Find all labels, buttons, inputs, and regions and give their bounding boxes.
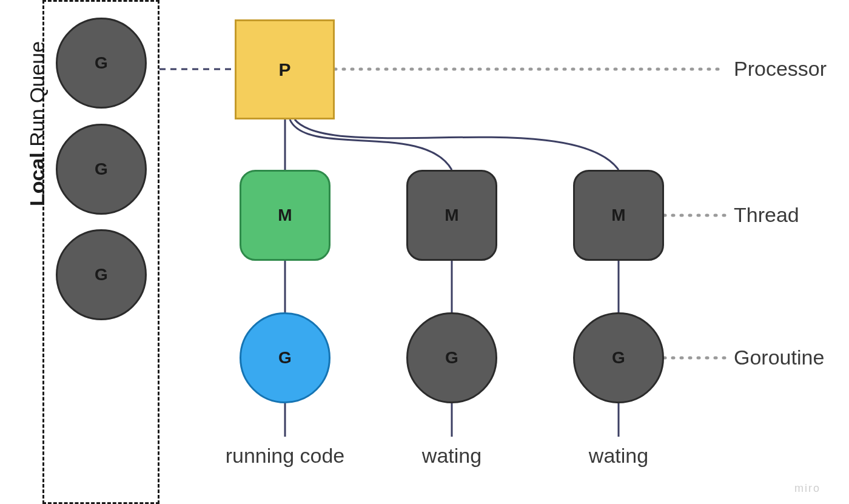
goroutine-node-2: G xyxy=(573,312,664,403)
goroutine-node-1: G xyxy=(406,312,497,403)
thread-node-0: M xyxy=(240,170,331,261)
queue-goroutine-0-letter: G xyxy=(95,53,108,73)
thread-2-letter: M xyxy=(611,206,625,225)
curve-p-to-m3 xyxy=(295,119,619,170)
diagram-canvas: Local Run Queue G G G P Processor M M M … xyxy=(0,0,849,504)
status-label-1: wating xyxy=(385,443,518,469)
goroutine-2-letter: G xyxy=(612,348,625,368)
goroutine-1-letter: G xyxy=(445,348,458,368)
queue-goroutine-2: G xyxy=(56,229,147,320)
local-run-queue-label: Local Run Queue xyxy=(25,41,49,206)
processor-label: Processor xyxy=(734,57,827,81)
goroutine-label: Goroutine xyxy=(734,346,824,369)
status-label-0: running code xyxy=(218,443,352,469)
thread-node-1: M xyxy=(406,170,497,261)
thread-node-2: M xyxy=(573,170,664,261)
thread-1-letter: M xyxy=(445,206,458,225)
queue-goroutine-2-letter: G xyxy=(95,265,108,284)
processor-letter: P xyxy=(278,59,290,80)
processor-node: P xyxy=(235,19,335,119)
status-label-2: wating xyxy=(552,443,685,469)
queue-goroutine-1-letter: G xyxy=(95,160,108,179)
watermark: miro xyxy=(794,482,820,495)
lrq-label-rest: Run Queue xyxy=(25,41,49,152)
thread-0-letter: M xyxy=(278,206,292,225)
goroutine-0-letter: G xyxy=(278,348,292,368)
lrq-label-bold: Local xyxy=(25,152,49,206)
goroutine-node-0: G xyxy=(240,312,331,403)
curve-p-to-m2 xyxy=(290,119,452,170)
queue-goroutine-1: G xyxy=(56,124,147,215)
queue-goroutine-0: G xyxy=(56,18,147,109)
thread-label: Thread xyxy=(734,203,799,227)
